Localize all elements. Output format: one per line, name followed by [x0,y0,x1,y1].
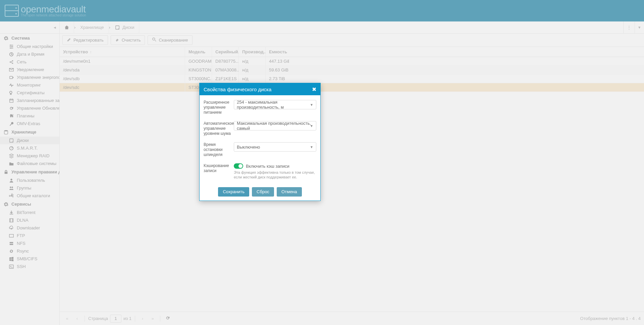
spindown-combo[interactable]: Выключено ▼ [234,142,316,152]
dialog-close-button[interactable]: ✖ [312,86,316,93]
cancel-button[interactable]: Отмена [277,187,302,197]
app-logo: openmediavault The open network attached… [5,5,86,17]
brand-tagline: The open network attached storage soluti… [21,13,86,17]
caret-down-icon: ▼ [310,124,313,128]
wcache-help-text: Эта функция эффективна только в том случ… [234,170,316,180]
aam-combo[interactable]: Максимальная производительность, самый ▼ [234,121,316,130]
caret-down-icon: ▼ [310,145,313,149]
wcache-toggle-label: Включить кэш записи [246,164,289,169]
reset-button[interactable]: Сброс [252,187,274,197]
spindown-combo-value: Выключено [237,145,260,150]
app-header: openmediavault The open network attached… [0,0,644,21]
close-icon: ✖ [312,87,316,92]
disk-properties-dialog: Свойства физического диска ✖ Расширенное… [199,83,321,201]
spindown-field-label: Время остановки шпинделя [204,142,232,157]
wcache-toggle[interactable] [234,163,243,169]
brand-name: openmediavault [21,5,86,14]
modal-mask [0,21,644,325]
apm-combo[interactable]: 254 - максимальная производительность, м… [234,100,316,109]
aam-field-label: Автоматическое управление уровнем шума [204,121,232,136]
caret-down-icon: ▼ [310,103,313,107]
apm-combo-value: 254 - максимальная производительность, м [237,100,316,110]
dialog-title: Свойства физического диска [204,87,312,92]
aam-combo-value: Максимальная производительность, самый [237,121,316,131]
logo-icon [5,5,19,17]
save-button[interactable]: Сохранить [218,187,249,197]
apm-field-label: Расширенное управление питанием [204,100,232,115]
wcache-field-label: Кэширование записи [204,163,232,173]
dialog-header[interactable]: Свойства физического диска ✖ [200,83,320,95]
